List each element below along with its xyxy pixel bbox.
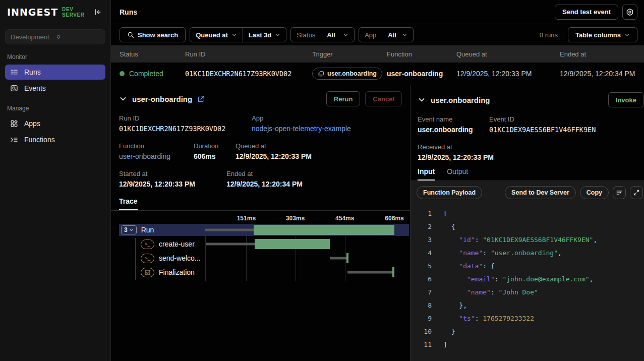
trace-row-finalization[interactable]: Finalization (119, 266, 409, 278)
line-number: 5 (411, 260, 432, 273)
queued-at-label: Queued at (236, 142, 312, 150)
trace-indent-connector (135, 238, 136, 280)
event-icon (318, 71, 324, 77)
event-name-label: Event name (418, 115, 489, 123)
tab-input[interactable]: Input (418, 167, 435, 180)
wrap-text-button[interactable] (613, 186, 626, 199)
line-number: 10 (411, 325, 432, 338)
column-header-ended-at: Ended at (560, 50, 644, 58)
show-search-button[interactable]: Show search (120, 27, 186, 42)
send-to-dev-server-button[interactable]: Send to Dev Server (505, 186, 576, 199)
queued-at-dropdown[interactable]: Queued at (190, 28, 243, 42)
timeline-tick: 151ms (237, 215, 256, 222)
trace-row-create-user[interactable]: >_create-user (119, 238, 409, 250)
sidebar-item-apps[interactable]: Apps (5, 116, 105, 131)
tab-output[interactable]: Output (447, 167, 468, 180)
line-number: 11 (411, 338, 432, 351)
ended-at-label: Ended at (226, 170, 303, 177)
step-count-badge[interactable]: 3 (121, 225, 137, 234)
line-number: 6 (411, 273, 432, 286)
status-filter-dropdown[interactable]: All (321, 28, 354, 42)
execution-duration-bar (254, 225, 394, 235)
execution-duration-bar (392, 267, 394, 277)
collapse-run-detail-icon[interactable] (119, 95, 127, 103)
queue-duration-line (206, 243, 255, 246)
expand-button[interactable] (630, 186, 643, 199)
rerun-button[interactable]: Rerun (326, 91, 361, 106)
workspace-select[interactable]: Development (5, 29, 105, 44)
queued-at-value: 12/9/2025, 12:20:33 PM (236, 152, 312, 160)
step-run-icon: >_ (141, 239, 154, 249)
functions-icon (10, 136, 18, 144)
sidebar-item-functions[interactable]: Functions (5, 132, 105, 147)
trace-row-label: send-welco... (159, 254, 200, 262)
code-line: 3 "id": "01KC1DEX9AESS6BF1V46FFK9EN", (411, 233, 644, 247)
queue-duration-line (205, 229, 254, 231)
settings-button[interactable] (622, 5, 637, 20)
code-line: 7 "name": "John Doe" (411, 286, 644, 299)
chevron-down-icon (231, 32, 237, 38)
function-link[interactable]: user-onboarding (119, 152, 194, 160)
finalization-icon (141, 268, 154, 277)
run-detail-panel: user-onboarding Rerun Cancel Run ID 01KC… (111, 85, 410, 361)
sidebar-item-label: Functions (24, 136, 55, 144)
app-link[interactable]: nodejs-open-telemetry-example (252, 125, 351, 133)
run-table-row[interactable]: Completed 01KC1DEXCHR2N617Z93RK0VD02 use… (111, 63, 644, 85)
runs-count: 0 runs (540, 31, 558, 39)
tab-trace[interactable]: Trace (119, 197, 138, 210)
invoke-button[interactable]: Invoke (608, 92, 644, 107)
started-at-value: 12/9/2025, 12:20:33 PM (119, 180, 226, 188)
queue-duration-line (347, 271, 392, 274)
table-columns-button[interactable]: Table columns (568, 27, 637, 42)
workspace-select-value: Development (11, 33, 55, 41)
line-number: 7 (411, 286, 432, 299)
runs-table-header: StatusRun IDTriggerFunctionQueued atEnde… (111, 45, 644, 63)
sidebar-item-events[interactable]: Events (5, 81, 105, 96)
event-id-value: 01KC1DEX9AESS6BF1V46FFK9EN (489, 126, 596, 134)
send-test-event-button[interactable]: Send test event (555, 5, 618, 20)
nav-section-label: Monitor (7, 53, 103, 61)
code-line: 1[ (411, 207, 644, 220)
trace-row-send-welco-[interactable]: >_send-welco... (119, 252, 409, 264)
timeline-tick: 606ms (385, 215, 403, 222)
trigger-event-pill[interactable]: user.onboarding (312, 68, 382, 80)
line-number: 2 (411, 220, 432, 233)
app-filter-dropdown[interactable]: All (382, 28, 413, 42)
code-line: 10 } (411, 325, 644, 338)
code-line: 2 { (411, 220, 644, 233)
collapse-sidebar-icon[interactable] (92, 7, 103, 18)
payload-json-code[interactable]: 1[2 {3 "id": "01KC1DEX9AESS6BF1V46FFK9EN… (411, 204, 644, 361)
inngest-logo: INNGEST (7, 7, 58, 18)
run-status-cell: Completed (120, 70, 185, 78)
trace-row-run[interactable]: 3Run (119, 224, 409, 236)
code-line: 4 "name": "user.onboarding", (411, 247, 644, 260)
time-range-dropdown[interactable]: Last 3d (243, 28, 286, 42)
event-detail-title: user.onboarding (431, 96, 490, 104)
expand-icon (633, 189, 640, 196)
gear-icon (626, 8, 634, 16)
chevron-down-icon (402, 32, 407, 38)
line-number: 9 (411, 312, 432, 325)
column-header-queued-at: Queued at (456, 50, 560, 58)
run-id-value: 01KC1DEXCHR2N617Z93RK0VD02 (119, 125, 252, 133)
status-dot (120, 71, 125, 76)
app-label: App (252, 114, 351, 122)
step-run-icon: >_ (141, 254, 154, 263)
line-number: 8 (411, 299, 432, 312)
nav-section-label: Manage (7, 105, 103, 112)
collapse-event-detail-icon[interactable] (418, 96, 426, 104)
run-detail-title: user-onboarding (132, 95, 192, 103)
code-line: 6 "email": "john.doe@example.com", (411, 273, 644, 286)
timeline-tick: 303ms (286, 215, 305, 222)
copy-button[interactable]: Copy (580, 186, 609, 199)
run-id-cell: 01KC1DEXCHR2N617Z93RK0VD02 (185, 70, 312, 78)
trace-timeline-ticks: 151ms303ms454ms606ms (205, 215, 394, 223)
sidebar-item-runs[interactable]: Runs (5, 65, 105, 80)
execution-duration-bar (255, 239, 329, 249)
column-header-trigger: Trigger (312, 50, 387, 58)
app-root: INNGEST DEV SERVER Development MonitorRu… (0, 0, 644, 361)
external-link-icon[interactable] (197, 95, 205, 103)
app-filter-group: App All (359, 27, 414, 42)
payload-code-panel: Function Payload Send to Dev Server Copy… (411, 181, 644, 361)
runs-toolbar: Show search Queued at Last 3d Status All (111, 24, 644, 45)
